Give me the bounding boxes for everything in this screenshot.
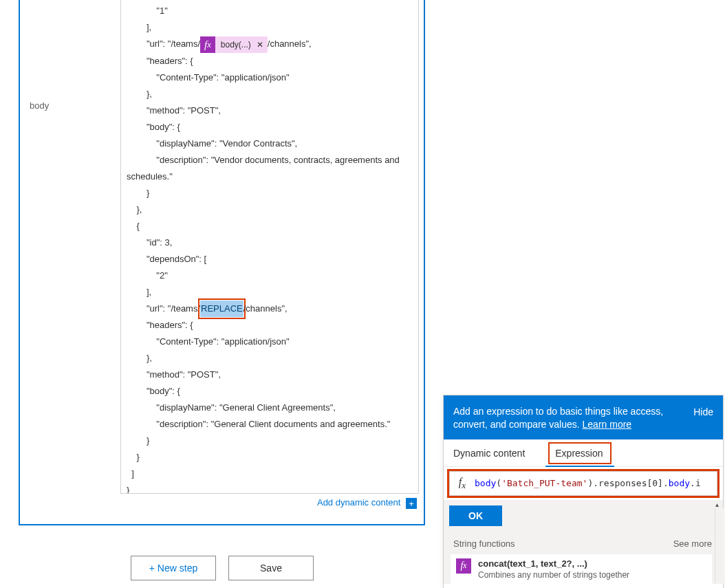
see-more-link[interactable]: See more — [673, 538, 712, 549]
formula-str: 'Batch_PUT-team' — [501, 478, 587, 488]
add-dynamic-content-link[interactable]: Add dynamic content + — [317, 497, 417, 510]
formula-rest: ).responses[0]. — [587, 478, 668, 488]
body-field-label: body — [30, 100, 49, 111]
kw-body: body — [475, 478, 496, 488]
kw-body2: body — [669, 478, 690, 488]
token-remove-icon[interactable]: ✕ — [257, 36, 268, 53]
token-label: body(...) — [215, 36, 257, 53]
panel-tabs: Dynamic content Expression — [444, 439, 723, 467]
function-concat[interactable]: fx concat(text_1, text_2?, ...) Combines… — [451, 554, 712, 584]
paren-open: ( — [496, 478, 501, 488]
tab-expression[interactable]: Expression — [545, 439, 614, 467]
hide-link[interactable]: Hide — [693, 405, 713, 417]
plus-icon: + — [406, 498, 417, 509]
fx-icon: fx — [200, 36, 215, 53]
function-title: concat(text_1, text_2?, ...) — [478, 558, 629, 569]
fx-icon: fx — [450, 476, 475, 491]
learn-more-link[interactable]: Learn more — [583, 419, 632, 430]
expression-input[interactable]: fx body('Batch_PUT-team').responses[0].b… — [449, 471, 717, 496]
scrollbar-track[interactable] — [715, 508, 724, 584]
string-functions-label: String functions — [453, 538, 515, 549]
save-button[interactable]: Save — [228, 556, 314, 580]
panel-header: Add an expression to do basic things lik… — [444, 395, 723, 439]
function-desc: Combines any number of strings together — [478, 570, 629, 580]
ok-bar: OK ▴ — [444, 500, 723, 533]
step-buttons: + New step Save — [131, 556, 314, 580]
ok-button[interactable]: OK — [449, 505, 502, 526]
panel-intro-text: Add an expression to do basic things lik… — [453, 405, 693, 431]
expression-input-wrap: fx body('Batch_PUT-team').responses[0].b… — [449, 471, 717, 496]
expression-formula: body('Batch_PUT-team').responses[0].body… — [475, 478, 701, 488]
formula-tail: .i — [690, 478, 701, 488]
function-category-header: String functions See more — [444, 533, 719, 553]
replace-highlight[interactable]: REPLACE — [200, 301, 244, 317]
functions-list: String functions See more fx concat(text… — [444, 533, 723, 584]
tab-dynamic-content[interactable]: Dynamic content — [444, 439, 545, 466]
action-card: body "1" ], "url": "/teams/fxbody(...)✕/… — [19, 0, 425, 525]
expression-panel: Add an expression to do basic things lik… — [443, 395, 724, 588]
add-dynamic-content-label: Add dynamic content — [317, 497, 400, 508]
new-step-button[interactable]: + New step — [131, 556, 216, 580]
fx-icon: fx — [456, 558, 471, 574]
body-editor[interactable]: "1" ], "url": "/teams/fxbody(...)✕/chann… — [120, 0, 419, 494]
expression-token[interactable]: fxbody(...)✕ — [200, 36, 268, 53]
panel-intro: Add an expression to do basic things lik… — [453, 406, 663, 430]
